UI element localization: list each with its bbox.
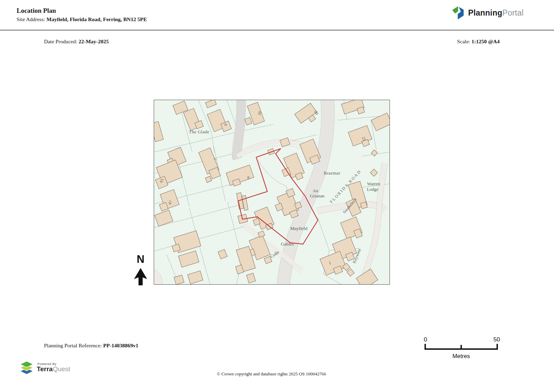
page-title: Location Plan: [17, 7, 56, 15]
date-produced: Date Produced:22-May-2025: [44, 38, 109, 45]
scale-label: Scale:: [457, 38, 470, 44]
map-label: An: [313, 188, 318, 193]
wordmark-terra: Terra: [37, 365, 53, 373]
planning-portal-logo: PlanningPortal: [450, 5, 524, 21]
wordmark-quest: Quest: [53, 365, 70, 373]
wordmark-portal: Portal: [502, 8, 524, 17]
scalebar-start: 0: [424, 336, 427, 343]
location-plan-map: The Glade9102023784347BraemarAnGriananFL…: [154, 100, 390, 285]
scalebar-unit: Metres: [453, 353, 470, 359]
terraquest-logo: Powered By TerraQuest: [19, 360, 70, 374]
site-address-label: Site Address:: [17, 16, 45, 22]
scale-bar: 0 50 Metres: [420, 332, 503, 362]
header-divider: [0, 30, 554, 30]
crown-copyright: © Crown copyright and database rights 20…: [154, 371, 389, 377]
planning-portal-wordmark: PlanningPortal: [468, 8, 524, 18]
date-label: Date Produced:: [44, 38, 77, 44]
north-label: N: [131, 254, 150, 265]
map-label: Warren: [367, 181, 380, 186]
reference-value: PP-14038869v1: [103, 342, 138, 348]
map-label: Grianan: [310, 193, 324, 198]
scale-text: Scale:1:1250 @A4: [457, 38, 500, 45]
site-address-value: Mayfield, Florida Road, Ferring, BN12 5P…: [46, 16, 147, 22]
north-arrow-icon: [131, 265, 150, 286]
map-canvas: The Glade9102023784347BraemarAnGriananFL…: [154, 100, 390, 284]
date-value: 22-May-2025: [79, 38, 109, 44]
planning-reference: Planning Portal Reference:PP-14038869v1: [44, 342, 138, 349]
map-label: Gables: [281, 241, 294, 247]
planning-portal-icon: [450, 5, 465, 21]
north-arrow: N: [131, 254, 150, 287]
reference-label: Planning Portal Reference:: [44, 342, 102, 348]
map-label: The Glade: [189, 129, 209, 134]
map-label: Mayfield: [290, 226, 307, 231]
wordmark-planning: Planning: [468, 8, 502, 17]
scalebar-end: 50: [493, 336, 500, 343]
map-label: Braemar: [324, 170, 340, 176]
map-label: Lodge: [367, 187, 378, 192]
terraquest-icon: [19, 360, 34, 374]
terraquest-wordmark: Powered By TerraQuest: [37, 362, 70, 373]
site-address: Site Address:Mayfield, Florida Road, Fer…: [17, 16, 147, 23]
scale-value: 1:1250 @A4: [472, 38, 500, 44]
